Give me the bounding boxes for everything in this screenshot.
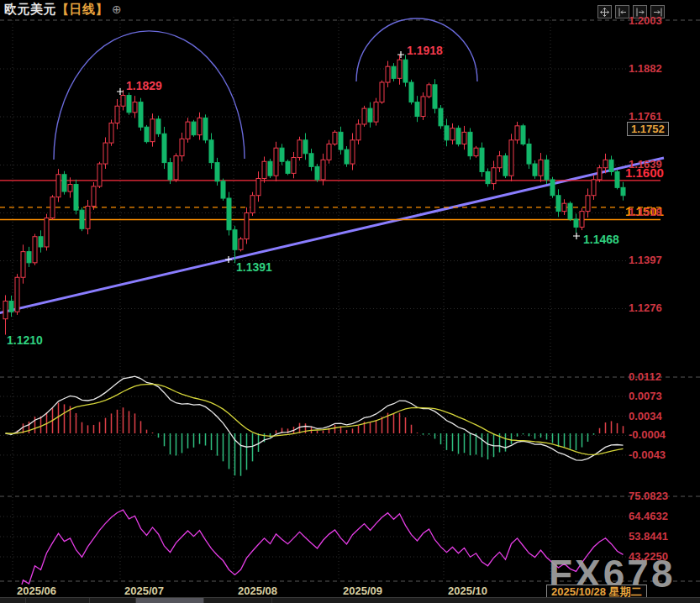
candle-body [374, 102, 378, 123]
candle-body [27, 252, 31, 263]
candle-body [439, 108, 443, 126]
candle-body [586, 196, 590, 212]
candle-body [286, 161, 290, 173]
candle-body [127, 96, 131, 113]
candle-body [356, 124, 361, 140]
candle-body [274, 148, 278, 176]
candle-body [397, 60, 402, 78]
candle-body [462, 132, 466, 144]
candle-body [133, 102, 137, 113]
candle-body [333, 132, 337, 144]
candle-body [415, 102, 419, 117]
x-axis-month-label: 2025/07 [124, 585, 164, 597]
rsi-params-rsi1: RSI(14,14,14) RSI1:41.7700 [3, 478, 146, 490]
candle-body [21, 252, 25, 278]
candle-body [556, 196, 561, 212]
tab-vip-indicators[interactable]: VIP指标 [26, 598, 90, 603]
chart-canvas[interactable] [0, 0, 700, 603]
price-annotation: 1.1391 [236, 260, 272, 274]
candle-body [456, 128, 461, 144]
candle-body [427, 85, 431, 97]
candle-body [445, 126, 449, 140]
candle-body [568, 203, 572, 219]
candle-body [50, 197, 55, 218]
candle-body [192, 122, 196, 135]
candle-body [533, 164, 537, 176]
candle-body [527, 144, 531, 165]
candle-body [180, 139, 184, 155]
candle-body [115, 106, 119, 123]
tab-manage-template[interactable]: 管理模板 [204, 598, 272, 603]
candle-body [209, 140, 213, 163]
candle-body [403, 60, 408, 82]
macd-params-diff: MACD(26,12,9) DIFF:-0.0018 [3, 359, 152, 371]
rsi-axis-tick: 43.2250 [629, 550, 668, 563]
candle-body [268, 161, 272, 176]
candle-body [550, 180, 555, 196]
candle-body [280, 148, 284, 161]
rsi-axis-tick: 75.0823 [629, 490, 668, 502]
candle-body [62, 175, 66, 191]
x-axis-month-label: 2025/10 [448, 585, 487, 597]
candle-body [392, 66, 396, 78]
candle-body [256, 178, 261, 195]
axis-scale-left-icon[interactable] [615, 5, 629, 18]
price-annotation: 1.1829 [126, 79, 162, 92]
candle-body [74, 185, 78, 211]
candle-body [327, 144, 331, 160]
candle-body [321, 160, 325, 180]
candle-body [97, 164, 102, 186]
candle-body [339, 132, 343, 149]
macd-axis-tick: 0.0112 [629, 370, 661, 383]
candle-body [409, 82, 413, 102]
candle-body [539, 160, 543, 176]
candle-body [109, 123, 113, 144]
pan-tool-icon[interactable] [597, 5, 612, 18]
tab-bar-fragment-icon[interactable]: ≡ [0, 598, 26, 603]
candle-body [297, 140, 302, 158]
price-axis-tick: 1.1639 [629, 158, 662, 170]
candle-body [515, 126, 519, 140]
extreme-cross-marker [117, 88, 124, 95]
candle-body [450, 128, 455, 140]
candle-body [368, 108, 372, 122]
candle-body [580, 212, 584, 228]
candle-body [421, 97, 425, 117]
candle-body [139, 102, 143, 128]
candle-body [503, 156, 508, 176]
instrument-title: 欧元美元 [4, 2, 56, 16]
candle-body [350, 140, 355, 164]
tab-standard[interactable]: 标准 [90, 598, 136, 603]
candle-body [597, 168, 602, 180]
price-axis-tick: 1.1276 [629, 302, 662, 314]
period-label: 【日线】 [56, 2, 108, 16]
candle-body [197, 118, 202, 134]
price-axis-tick: 1.2003 [629, 14, 662, 27]
price-axis-tick: 1.1397 [629, 254, 662, 266]
macd-axis-tick: 0.0073 [629, 390, 662, 402]
candle-body [545, 160, 549, 180]
candle-body [221, 181, 225, 198]
candle-body [9, 302, 13, 312]
price-axis-tick: 1.1882 [629, 62, 662, 75]
macd-dea-value: DEA:-0.0021 [162, 359, 227, 371]
add-indicator-icon[interactable]: ⊕ [112, 3, 122, 16]
candle-body [174, 156, 178, 180]
candle-body [162, 134, 166, 162]
candle-body [615, 171, 619, 187]
candle-body [15, 277, 19, 312]
template-tab-bar: ≡ VIP指标标准保存模板管理模板 [0, 597, 700, 603]
macd-axis-tick: -0.0043 [629, 448, 666, 461]
candle-body [303, 140, 308, 154]
candle-body [497, 156, 502, 168]
candle-body [380, 82, 384, 102]
extreme-cross-marker [225, 256, 232, 263]
candle-body [156, 119, 161, 134]
x-axis-month-label: 2025/09 [343, 585, 382, 597]
candle-body [433, 85, 437, 108]
tab-save-template[interactable]: 保存模板 [136, 598, 204, 603]
candle-body [521, 126, 525, 144]
candle-body [486, 171, 490, 183]
rsi-axis-tick: 64.4632 [629, 510, 668, 522]
macd-dea-line [6, 384, 624, 454]
